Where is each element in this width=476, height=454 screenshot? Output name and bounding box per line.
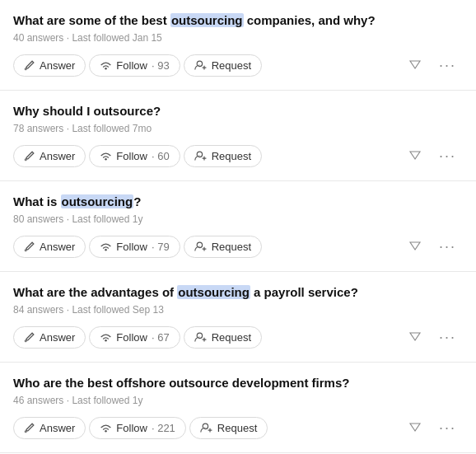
answers-count: 84 answers	[13, 304, 63, 316]
answer-button[interactable]: Answer	[13, 236, 86, 258]
request-icon	[194, 150, 208, 161]
downvote-button[interactable]	[401, 52, 429, 78]
answer-button-label: Answer	[40, 331, 75, 344]
question-meta: 46 answersLast followed 1y	[13, 395, 463, 406]
answer-icon	[24, 422, 35, 433]
follow-count: · 93	[152, 59, 170, 72]
svg-point-2	[105, 158, 108, 161]
more-options-icon: ···	[439, 238, 456, 255]
request-button-label: Request	[212, 150, 251, 162]
request-button-label: Request	[212, 59, 251, 72]
request-button[interactable]: Request	[184, 54, 262, 77]
follow-button[interactable]: Follow · 221	[89, 417, 186, 439]
answer-button-label: Answer	[40, 422, 75, 434]
downvote-icon	[408, 56, 422, 74]
answer-button[interactable]: Answer	[13, 145, 86, 167]
more-options-icon: ···	[439, 147, 456, 165]
follow-count: · 79	[152, 241, 170, 253]
question-meta: 84 answersLast followed Sep 13	[13, 304, 463, 316]
question-title[interactable]: What is outsourcing?	[13, 193, 463, 210]
more-options-button[interactable]: ···	[432, 325, 463, 350]
request-button[interactable]: Request	[184, 145, 262, 167]
follow-button[interactable]: Follow · 93	[89, 54, 180, 77]
highlighted-keyword: outsourcing	[177, 285, 250, 299]
follow-button[interactable]: Follow · 67	[89, 326, 180, 349]
follow-button-label: Follow	[116, 331, 147, 344]
downvote-icon	[408, 419, 422, 437]
question-item: Who are the best offshore outsource deve…	[0, 363, 476, 453]
question-meta: 78 answersLast followed 7mo	[13, 123, 463, 134]
more-options-button[interactable]: ···	[432, 143, 463, 169]
question-item: Why should I outsource?78 answersLast fo…	[0, 91, 476, 181]
more-options-icon: ···	[439, 419, 456, 437]
answer-button-label: Answer	[40, 59, 75, 72]
follow-count: · 60	[152, 150, 170, 162]
follow-count: · 67	[152, 331, 170, 344]
question-item: What are some of the best outsourcing co…	[0, 0, 476, 91]
question-title[interactable]: What are some of the best outsourcing co…	[13, 12, 463, 29]
downvote-button[interactable]	[401, 233, 429, 260]
svg-point-4	[105, 249, 108, 251]
downvote-button[interactable]	[401, 414, 429, 441]
more-options-button[interactable]: ···	[432, 53, 463, 78]
answer-icon	[24, 331, 35, 343]
request-icon	[194, 331, 208, 343]
answer-button[interactable]: Answer	[13, 326, 86, 349]
follow-icon	[100, 150, 112, 161]
question-item: What are the advantages of outsourcing a…	[0, 272, 476, 363]
svg-point-6	[105, 339, 108, 342]
downvote-icon	[408, 237, 422, 255]
request-button-label: Request	[212, 241, 251, 253]
action-bar: Answer Follow · 79 Request ···	[13, 233, 463, 260]
question-meta: 40 answersLast followed Jan 15	[13, 32, 463, 44]
last-followed: Last followed Jan 15	[63, 32, 161, 44]
request-button[interactable]: Request	[184, 236, 262, 258]
follow-icon	[100, 422, 112, 433]
downvote-icon	[408, 147, 422, 165]
downvote-button[interactable]	[401, 143, 429, 169]
follow-icon	[100, 331, 112, 343]
more-options-button[interactable]: ···	[432, 415, 463, 441]
question-title[interactable]: What are the advantages of outsourcing a…	[13, 283, 463, 301]
more-options-icon: ···	[439, 329, 456, 346]
follow-icon	[100, 59, 112, 71]
answer-icon	[24, 150, 35, 161]
action-bar: Answer Follow · 93 Request ···	[13, 52, 463, 78]
question-meta: 80 answersLast followed 1y	[13, 213, 463, 225]
answer-icon	[24, 59, 35, 71]
follow-button-label: Follow	[116, 241, 147, 253]
answers-count: 46 answers	[13, 395, 63, 406]
answers-count: 80 answers	[13, 213, 63, 225]
action-bar: Answer Follow · 60 Request ···	[13, 143, 463, 169]
downvote-icon	[408, 328, 422, 346]
question-item: What is outsourcing?80 answersLast follo…	[0, 181, 476, 272]
more-options-button[interactable]: ···	[432, 234, 463, 260]
request-button-label: Request	[217, 422, 257, 434]
answer-button[interactable]: Answer	[13, 54, 86, 77]
follow-button-label: Follow	[116, 150, 147, 162]
action-bar: Answer Follow · 221 Request ···	[13, 414, 463, 441]
follow-icon	[100, 241, 112, 252]
downvote-button[interactable]	[401, 324, 429, 350]
follow-button[interactable]: Follow · 79	[89, 236, 180, 258]
follow-count: · 221	[152, 422, 175, 434]
last-followed: Last followed 1y	[63, 213, 142, 225]
request-button-label: Request	[212, 331, 251, 344]
more-options-icon: ···	[439, 57, 456, 74]
follow-button[interactable]: Follow · 60	[89, 145, 180, 167]
last-followed: Last followed Sep 13	[63, 304, 163, 316]
question-title[interactable]: Who are the best offshore outsource deve…	[13, 374, 463, 391]
question-title[interactable]: Why should I outsource?	[13, 102, 463, 119]
answers-count: 40 answers	[13, 32, 63, 44]
request-button[interactable]: Request	[184, 326, 262, 349]
request-button[interactable]: Request	[189, 417, 268, 439]
svg-point-0	[105, 68, 108, 70]
highlighted-keyword: outsourcing	[170, 13, 244, 27]
request-icon	[200, 422, 213, 433]
last-followed: Last followed 7mo	[63, 123, 152, 134]
answer-button[interactable]: Answer	[13, 417, 86, 439]
last-followed: Last followed 1y	[63, 395, 142, 406]
request-icon	[194, 241, 208, 252]
answer-icon	[24, 241, 35, 252]
request-icon	[194, 59, 208, 71]
